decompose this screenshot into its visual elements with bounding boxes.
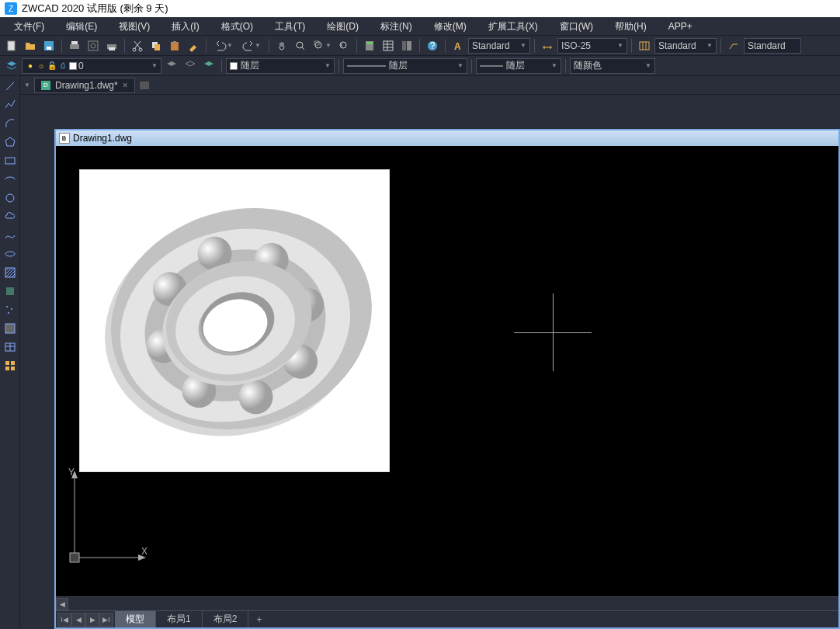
lineweight-dropdown[interactable]: 随层 ▼ xyxy=(476,58,561,74)
design-center-button[interactable] xyxy=(398,37,415,54)
calculator-button[interactable] xyxy=(361,37,378,54)
nav-last-button[interactable]: ▶I xyxy=(99,613,113,627)
redo-button[interactable]: ▼ xyxy=(238,37,265,54)
print-preview-button[interactable] xyxy=(85,37,102,54)
svg-rect-53 xyxy=(140,82,149,89)
grid-tool[interactable] xyxy=(2,357,19,374)
lineweight-sample-icon xyxy=(480,62,503,70)
svg-rect-21 xyxy=(384,41,393,50)
app-icon: Z xyxy=(5,2,17,15)
svg-rect-37 xyxy=(5,158,15,164)
svg-rect-49 xyxy=(5,361,9,365)
layout-nav-buttons: I◀ ◀ ▶ ▶I xyxy=(56,611,115,627)
tab-layout1[interactable]: 布局1 xyxy=(156,611,203,627)
svg-rect-76 xyxy=(70,553,79,562)
svg-point-42 xyxy=(6,306,8,308)
color-dropdown[interactable]: 随层 ▼ xyxy=(226,58,335,74)
drawing-wrapper: 🗎 Drawing1.dwg xyxy=(20,95,840,629)
hatch-tool[interactable] xyxy=(2,264,19,281)
polyline-tool[interactable] xyxy=(2,96,19,113)
tab-model[interactable]: 模型 xyxy=(115,611,156,627)
circle-tool[interactable] xyxy=(2,189,19,207)
match-properties-button[interactable] xyxy=(185,37,202,54)
menu-insert[interactable]: 插入(I) xyxy=(161,18,210,36)
zoom-window-button[interactable]: ▼ xyxy=(311,37,334,54)
print-button[interactable] xyxy=(66,37,83,54)
close-tab-icon[interactable]: × xyxy=(123,80,128,91)
pan-button[interactable] xyxy=(273,37,290,54)
menu-appplus[interactable]: APP+ xyxy=(658,19,703,34)
point-tool[interactable] xyxy=(2,301,19,318)
menu-file[interactable]: 文件(F) xyxy=(3,18,55,36)
linetype-dropdown[interactable]: 随层 ▼ xyxy=(343,58,467,74)
rectangle-tool[interactable] xyxy=(2,152,19,169)
zoom-previous-button[interactable] xyxy=(335,37,352,54)
open-button[interactable] xyxy=(22,37,39,54)
menu-dimension[interactable]: 标注(N) xyxy=(370,18,423,36)
block-tool[interactable] xyxy=(2,283,19,300)
cloud-tool[interactable] xyxy=(2,208,19,225)
window-titlebar: Z ZWCAD 2020 试用版 (剩余 9 天) xyxy=(0,0,840,17)
cut-button[interactable] xyxy=(129,37,146,54)
ellipse-arc-tool[interactable] xyxy=(2,171,19,188)
menu-tools[interactable]: 工具(T) xyxy=(264,18,316,36)
svg-rect-12 xyxy=(154,44,160,50)
plot-color-dropdown[interactable]: 随颜色 ▼ xyxy=(570,58,655,74)
document-tab-active[interactable]: D Drawing1.dwg* × xyxy=(34,78,135,93)
inserted-image-bearing[interactable] xyxy=(79,169,390,472)
text-style-icon[interactable]: A xyxy=(450,37,467,54)
dim-style-icon[interactable] xyxy=(539,37,556,54)
drawing-window-titlebar[interactable]: 🗎 Drawing1.dwg xyxy=(56,130,838,146)
mleader-style-icon[interactable] xyxy=(725,37,742,54)
scroll-left-button[interactable]: ◀ xyxy=(56,598,68,610)
svg-text:A: A xyxy=(454,41,461,52)
layer-state-button[interactable] xyxy=(182,57,199,75)
drawing-canvas[interactable]: Y X xyxy=(56,146,838,596)
nav-first-button[interactable]: I◀ xyxy=(57,613,71,627)
document-area: ▼ D Drawing1.dwg* × 🗎 Drawing1.dwg xyxy=(20,76,840,629)
svg-point-15 xyxy=(297,42,303,48)
add-layout-button[interactable]: + xyxy=(248,611,269,627)
menu-modify[interactable]: 修改(M) xyxy=(423,18,477,36)
tab-layout2[interactable]: 布局2 xyxy=(203,611,249,627)
ellipse-tool[interactable] xyxy=(2,245,19,262)
table-tool[interactable] xyxy=(2,339,19,356)
tablist-menu-button[interactable]: ▼ xyxy=(22,78,33,92)
layer-previous-button[interactable] xyxy=(163,57,180,75)
arc-tool[interactable] xyxy=(2,115,19,132)
horizontal-scrollbar[interactable]: ◀ xyxy=(56,596,838,610)
table-style-icon[interactable] xyxy=(636,37,653,54)
layer-isolate-button[interactable] xyxy=(200,57,217,75)
menu-window[interactable]: 窗口(W) xyxy=(549,18,604,36)
chevron-down-icon: ▼ xyxy=(457,62,463,69)
new-button[interactable] xyxy=(3,37,20,54)
mleader-style-dropdown[interactable]: Standard xyxy=(744,38,801,54)
dwg-file-icon: D xyxy=(41,81,50,90)
menu-view[interactable]: 视图(V) xyxy=(108,18,161,36)
menu-extended-tools[interactable]: 扩展工具(X) xyxy=(477,18,549,36)
properties-button[interactable] xyxy=(380,37,397,54)
line-tool[interactable] xyxy=(2,78,19,95)
menu-format[interactable]: 格式(O) xyxy=(210,18,264,36)
nav-prev-button[interactable]: ◀ xyxy=(71,613,85,627)
help-button[interactable]: ? xyxy=(424,37,441,54)
layer-manager-button[interactable] xyxy=(3,57,20,75)
undo-button[interactable]: ▼ xyxy=(210,37,237,54)
publish-button[interactable] xyxy=(103,37,120,54)
table-style-dropdown[interactable]: Standard ▼ xyxy=(654,38,717,54)
menu-draw[interactable]: 绘图(D) xyxy=(316,18,370,36)
menu-edit[interactable]: 编辑(E) xyxy=(55,18,108,36)
text-style-dropdown[interactable]: Standard ▼ xyxy=(468,38,530,54)
layer-dropdown[interactable]: ● ☼ 🔓 ⎙ 0 ▼ xyxy=(22,58,161,74)
zoom-realtime-button[interactable] xyxy=(292,37,309,54)
paste-button[interactable] xyxy=(166,37,183,54)
copy-button[interactable] xyxy=(148,37,165,54)
save-button[interactable] xyxy=(40,37,57,54)
menu-help[interactable]: 帮助(H) xyxy=(604,18,658,36)
dim-style-dropdown[interactable]: ISO-25 ▼ xyxy=(557,38,627,54)
nav-next-button[interactable]: ▶ xyxy=(85,613,99,627)
polygon-tool[interactable] xyxy=(2,134,19,151)
spline-tool[interactable] xyxy=(2,227,19,244)
region-tool[interactable] xyxy=(2,320,19,337)
new-document-tab-button[interactable] xyxy=(137,78,152,93)
